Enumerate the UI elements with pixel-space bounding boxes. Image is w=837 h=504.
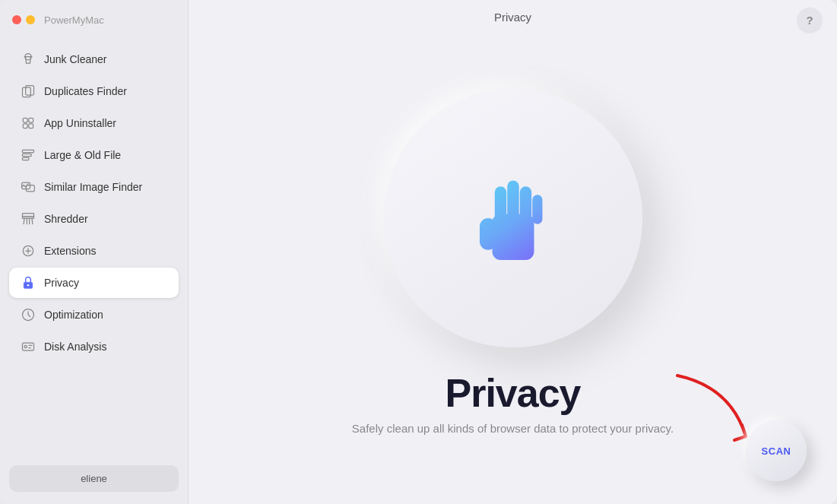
sidebar: PowerMyMac Junk Cleaner Duplicates Finde… bbox=[0, 0, 189, 504]
privacy-icon bbox=[20, 274, 36, 291]
svg-rect-7 bbox=[23, 150, 34, 152]
svg-rect-5 bbox=[23, 124, 27, 128]
user-badge[interactable]: eliene bbox=[9, 465, 179, 492]
shredder-label: Shredder bbox=[44, 213, 88, 225]
app-uninstaller-icon bbox=[20, 115, 36, 132]
duplicates-finder-icon bbox=[20, 83, 36, 100]
main-content: Privacy ? bbox=[189, 0, 837, 504]
privacy-title: Privacy bbox=[445, 370, 580, 416]
svg-rect-9 bbox=[23, 157, 29, 160]
sidebar-item-similar-image-finder[interactable]: Similar Image Finder bbox=[9, 172, 179, 202]
optimization-icon bbox=[20, 306, 36, 323]
top-bar: Privacy ? bbox=[189, 0, 837, 34]
svg-rect-22 bbox=[494, 186, 506, 221]
minimize-dot[interactable] bbox=[26, 15, 35, 24]
extensions-icon bbox=[20, 242, 36, 259]
disk-analysis-icon bbox=[20, 338, 36, 355]
app-uninstaller-label: App Uninstaller bbox=[44, 117, 116, 129]
svg-point-19 bbox=[24, 345, 27, 347]
close-dot[interactable] bbox=[12, 15, 21, 24]
privacy-label: Privacy bbox=[44, 277, 79, 289]
scan-button[interactable]: SCAN bbox=[746, 420, 807, 481]
svg-rect-23 bbox=[507, 180, 518, 220]
hand-icon bbox=[471, 176, 555, 260]
large-old-file-icon bbox=[20, 147, 36, 163]
sidebar-item-duplicates-finder[interactable]: Duplicates Finder bbox=[9, 76, 179, 106]
shredder-icon bbox=[20, 211, 36, 227]
content-area: Privacy Safely clean up all kinds of bro… bbox=[189, 34, 837, 504]
svg-rect-8 bbox=[23, 154, 32, 156]
page-title: Privacy bbox=[494, 11, 531, 24]
svg-rect-4 bbox=[29, 118, 33, 122]
junk-cleaner-label: Junk Cleaner bbox=[44, 53, 107, 65]
sidebar-item-large-old-file[interactable]: Large & Old File bbox=[9, 140, 179, 170]
sidebar-item-shredder[interactable]: Shredder bbox=[9, 204, 179, 234]
svg-rect-12 bbox=[23, 214, 34, 217]
svg-point-16 bbox=[27, 284, 30, 287]
sidebar-item-optimization[interactable]: Optimization bbox=[9, 300, 179, 330]
similar-image-finder-label: Similar Image Finder bbox=[44, 181, 142, 193]
disk-analysis-label: Disk Analysis bbox=[44, 341, 106, 353]
titlebar: PowerMyMac bbox=[0, 0, 188, 40]
sidebar-item-privacy[interactable]: Privacy bbox=[9, 268, 179, 298]
svg-rect-3 bbox=[23, 118, 27, 122]
sidebar-item-disk-analysis[interactable]: Disk Analysis bbox=[9, 331, 179, 362]
help-button[interactable]: ? bbox=[797, 8, 822, 32]
traffic-lights bbox=[12, 15, 35, 24]
extensions-label: Extensions bbox=[44, 245, 96, 257]
svg-rect-25 bbox=[532, 195, 542, 224]
sidebar-item-app-uninstaller[interactable]: App Uninstaller bbox=[9, 108, 179, 138]
similar-image-finder-icon bbox=[20, 179, 36, 195]
sidebar-item-junk-cleaner[interactable]: Junk Cleaner bbox=[9, 44, 179, 74]
svg-rect-24 bbox=[519, 186, 531, 221]
privacy-subtitle: Safely clean up all kinds of browser dat… bbox=[352, 422, 674, 435]
app-name: PowerMyMac bbox=[44, 14, 104, 26]
sidebar-item-extensions[interactable]: Extensions bbox=[9, 236, 179, 266]
optimization-label: Optimization bbox=[44, 309, 103, 321]
nav-list: Junk Cleaner Duplicates Finder bbox=[0, 40, 188, 458]
svg-rect-21 bbox=[480, 218, 496, 250]
svg-rect-6 bbox=[29, 124, 33, 128]
large-old-file-label: Large & Old File bbox=[44, 149, 121, 161]
duplicates-finder-label: Duplicates Finder bbox=[44, 85, 127, 97]
junk-cleaner-icon bbox=[20, 51, 36, 68]
privacy-circle bbox=[384, 89, 642, 347]
